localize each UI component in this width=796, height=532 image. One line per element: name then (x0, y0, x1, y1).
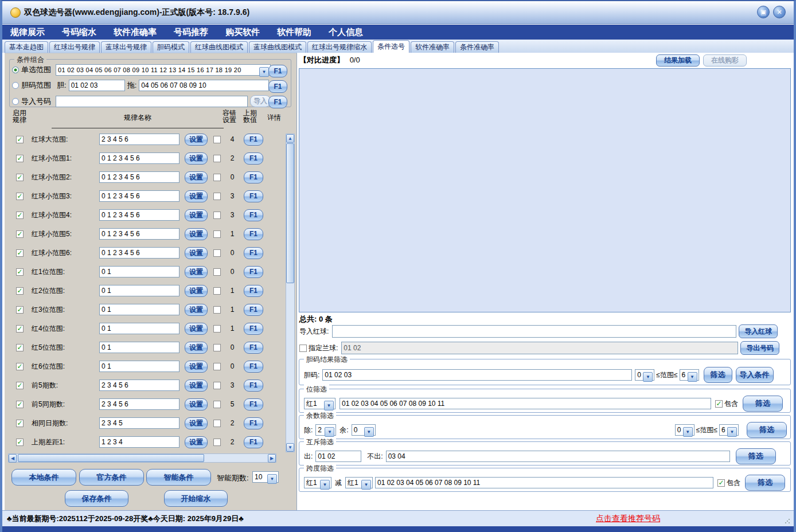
rule-value-input[interactable] (99, 323, 180, 334)
online-buy-button[interactable]: 在线购彩 (703, 54, 747, 66)
rule-value-input[interactable] (99, 361, 180, 372)
f1-button[interactable]: F1 (244, 171, 263, 183)
set-button[interactable]: 设置 (185, 190, 208, 202)
set-button[interactable]: 设置 (185, 398, 208, 410)
enable-checkbox[interactable] (16, 401, 24, 408)
dan-filter-button[interactable]: 筛选 (704, 367, 732, 383)
smart-periods-combobox[interactable]: 10 (252, 471, 279, 483)
f1-button[interactable]: F1 (244, 247, 263, 259)
enable-checkbox[interactable] (16, 230, 24, 238)
enable-checkbox[interactable] (16, 344, 24, 351)
tolerance-checkbox[interactable] (213, 136, 221, 143)
not-out-input[interactable] (386, 451, 730, 462)
set-button[interactable]: 设置 (185, 285, 208, 297)
dan-max-combobox[interactable]: 6 (680, 369, 699, 381)
enable-checkbox[interactable] (16, 325, 24, 332)
tab-软件准确率[interactable]: 软件准确率 (411, 41, 454, 53)
import-button[interactable]: 导入 (250, 95, 271, 107)
start-shrink-button[interactable]: 开始缩水 (164, 490, 228, 507)
set-button[interactable]: 设置 (185, 228, 208, 240)
menu-item[interactable]: 个人信息 (329, 27, 363, 38)
blue-checkbox[interactable] (299, 345, 307, 352)
enable-checkbox[interactable] (16, 155, 24, 162)
results-listbox[interactable] (299, 68, 791, 312)
rule-value-input[interactable] (99, 342, 180, 353)
position-filter-input[interactable] (340, 398, 711, 409)
dan-min-combobox[interactable]: 0 (635, 369, 654, 381)
position-include-checkbox[interactable] (715, 400, 723, 408)
dan-range-f1-button[interactable]: F1 (268, 80, 287, 93)
tab-红球曲线图模式[interactable]: 红球曲线图模式 (190, 41, 248, 53)
f1-button[interactable]: F1 (244, 285, 263, 297)
menu-item[interactable]: 号码缩水 (62, 27, 96, 38)
official-conditions-button[interactable]: 官方条件 (79, 469, 144, 486)
rules-vertical-scrollbar[interactable]: ▲ ▼ (286, 134, 295, 452)
f1-button[interactable]: F1 (244, 436, 263, 448)
dan-input[interactable] (69, 80, 125, 91)
enable-checkbox[interactable] (16, 382, 24, 389)
maximize-button[interactable]: ▣ (757, 6, 770, 18)
position-filter-button[interactable]: 筛选 (743, 396, 783, 412)
set-button[interactable]: 设置 (185, 209, 208, 221)
f1-button[interactable]: F1 (244, 304, 263, 316)
rule-value-input[interactable] (99, 304, 180, 315)
f1-button[interactable]: F1 (244, 380, 263, 392)
tab-蓝球出号规律[interactable]: 蓝球出号规律 (101, 41, 151, 53)
set-button[interactable]: 设置 (185, 171, 208, 183)
set-button[interactable]: 设置 (185, 342, 208, 354)
rule-value-input[interactable] (99, 436, 180, 448)
span-filter-input[interactable] (375, 477, 713, 488)
rule-value-input[interactable] (99, 134, 180, 145)
scroll-down-button[interactable]: ▼ (286, 443, 294, 452)
tolerance-checkbox[interactable] (213, 230, 221, 238)
rule-value-input[interactable] (99, 152, 180, 164)
set-button[interactable]: 设置 (185, 134, 208, 146)
divide-combobox[interactable]: 2 (315, 424, 336, 436)
enable-checkbox[interactable] (16, 420, 24, 427)
f1-button[interactable]: F1 (244, 228, 263, 240)
tab-条件选号[interactable]: 条件选号 (373, 40, 409, 53)
rule-value-input[interactable] (99, 247, 180, 259)
menu-item[interactable]: 购买软件 (225, 27, 260, 38)
rule-value-input[interactable] (99, 209, 180, 221)
f1-button[interactable]: F1 (244, 266, 263, 278)
enable-checkbox[interactable] (16, 439, 24, 446)
enable-checkbox[interactable] (16, 136, 24, 143)
span-b-combobox[interactable]: 红1 (345, 477, 373, 488)
f1-button[interactable]: F1 (244, 134, 263, 146)
menu-item[interactable]: 软件帮助 (277, 27, 311, 38)
dan-filter-input[interactable] (322, 369, 632, 381)
close-button[interactable]: ✕ (773, 6, 786, 18)
import-numbers-radio[interactable] (12, 98, 19, 105)
rule-value-input[interactable] (99, 266, 180, 277)
enable-checkbox[interactable] (16, 249, 24, 257)
tab-基本走趋图[interactable]: 基本走趋图 (5, 41, 48, 53)
rule-value-input[interactable] (99, 398, 180, 410)
tab-条件准确率[interactable]: 条件准确率 (455, 41, 499, 53)
f1-button[interactable]: F1 (244, 398, 263, 410)
menu-item[interactable]: 软件准确率 (114, 27, 157, 38)
enable-checkbox[interactable] (16, 193, 24, 200)
rule-value-input[interactable] (99, 417, 180, 429)
single-range-radio[interactable] (12, 66, 19, 73)
rule-value-input[interactable] (99, 228, 180, 240)
tolerance-checkbox[interactable] (213, 325, 221, 332)
tolerance-checkbox[interactable] (213, 212, 221, 219)
horizontal-scroll-thumb[interactable] (18, 454, 204, 462)
tolerance-checkbox[interactable] (213, 306, 221, 314)
import-numbers-input[interactable] (56, 96, 248, 107)
exclusion-filter-button[interactable]: 筛选 (736, 448, 776, 464)
tolerance-checkbox[interactable] (213, 420, 221, 427)
single-range-f1-button[interactable]: F1 (268, 65, 287, 77)
set-button[interactable]: 设置 (185, 247, 208, 259)
enable-checkbox[interactable] (16, 306, 24, 314)
out-input[interactable] (315, 451, 361, 462)
f1-button[interactable]: F1 (244, 361, 263, 373)
span-a-combobox[interactable]: 红1 (304, 477, 331, 488)
span-include-checkbox[interactable] (717, 479, 725, 487)
import-red-button[interactable]: 导入红球 (739, 324, 778, 338)
save-conditions-button[interactable]: 保存条件 (65, 490, 128, 507)
enable-checkbox[interactable] (16, 212, 24, 219)
set-button[interactable]: 设置 (185, 323, 208, 335)
set-button[interactable]: 设置 (185, 152, 208, 165)
